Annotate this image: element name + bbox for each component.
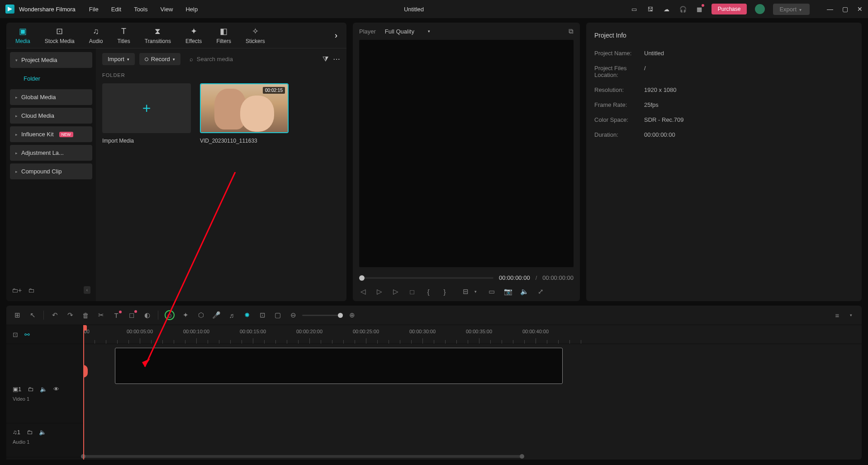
stop-icon[interactable]: □ (408, 288, 416, 296)
user-avatar[interactable] (755, 4, 765, 14)
link-icon[interactable]: ⚯ (24, 331, 30, 338)
text-icon[interactable]: T (112, 312, 121, 319)
folder-icon[interactable]: 🗀 (28, 287, 34, 294)
collapse-sidebar-icon[interactable]: ‹ (84, 286, 90, 294)
camera-icon[interactable]: 📷 (504, 288, 512, 296)
menu-help[interactable]: Help (185, 6, 198, 13)
sidebar-item-global-media[interactable]: ▸Global Media (10, 89, 92, 105)
plus-icon: + (142, 100, 151, 117)
filter-icon[interactable]: ⧩ (323, 55, 328, 63)
sidebar-item-influence-kit[interactable]: ▸Influence KitNEW (10, 126, 92, 142)
sidebar-item-compound-clip[interactable]: ▸Compound Clip (10, 163, 92, 179)
tab-filters[interactable]: ◧Filters (216, 26, 231, 44)
color-icon[interactable]: ◐ (142, 311, 152, 319)
mark-out-icon[interactable]: } (441, 288, 449, 296)
save-icon[interactable]: 🖫 (646, 5, 655, 13)
seek-thumb[interactable] (359, 275, 365, 281)
tabs-more-icon[interactable]: › (335, 31, 337, 40)
display-icon[interactable]: ▭ (630, 5, 638, 13)
search-box[interactable]: ⌕ (185, 53, 318, 65)
menu-edit[interactable]: Edit (111, 6, 121, 13)
time-total: 00:00:00:00 (542, 274, 574, 281)
seek-bar[interactable] (359, 277, 493, 279)
volume-icon[interactable]: 🔈 (520, 288, 528, 296)
video-track-header[interactable]: ▣1 🗀 🔈 👁 Video 1 (6, 380, 83, 423)
play-icon[interactable]: ▷ (392, 288, 400, 296)
timeline-scrollbar[interactable] (83, 455, 857, 458)
frame-icon[interactable]: ▢ (273, 311, 282, 319)
player-viewport[interactable] (359, 40, 574, 267)
chevron-down-icon[interactable]: ▾ (846, 313, 855, 317)
copy-icon[interactable]: ⊡ (13, 331, 18, 338)
next-frame-icon[interactable]: ▷ (375, 288, 384, 296)
menu-file[interactable]: File (89, 6, 99, 13)
cut-icon[interactable]: ✂ (96, 311, 105, 319)
import-button[interactable]: Import ▾ (102, 53, 135, 65)
maximize-button[interactable]: ▢ (842, 5, 848, 13)
sidebar-item-cloud-media[interactable]: ▸Cloud Media (10, 108, 92, 124)
tab-stickers[interactable]: ✧Stickers (246, 26, 265, 44)
tab-stock-media[interactable]: ⊡Stock Media (45, 26, 75, 44)
more-icon[interactable]: ⋯ (333, 55, 340, 63)
audio-track-header[interactable]: ♫1 🗀 🔈 Audio 1 (6, 423, 83, 457)
drop-zone[interactable] (115, 348, 563, 384)
menu-tools[interactable]: Tools (134, 6, 147, 13)
timeline-ruler[interactable]: 00:0000:00:05:0000:00:10:0000:00:15:0000… (83, 325, 862, 344)
media-clip-tile[interactable]: 00:02:15 VID_20230110_111633 (200, 83, 289, 144)
mic-icon[interactable]: 🎤 (212, 311, 221, 319)
enhance-icon[interactable]: ✦ (181, 311, 190, 319)
playhead[interactable] (83, 325, 84, 460)
grid-icon[interactable]: ⊞ (13, 311, 22, 319)
mark-in-icon[interactable]: { (424, 288, 432, 296)
new-folder-icon[interactable]: 🗀+ (12, 287, 22, 294)
apps-icon[interactable]: ▦ (695, 5, 703, 13)
delete-icon[interactable]: 🗑 (81, 312, 90, 319)
menu-view[interactable]: View (160, 6, 173, 13)
undo-icon[interactable]: ↶ (50, 311, 59, 319)
tab-effects[interactable]: ✦Effects (185, 26, 202, 44)
sidebar-item-adjustment-layer[interactable]: ▸Adjustment La... (10, 145, 92, 161)
list-icon[interactable]: ≡ (833, 312, 842, 319)
zoom-in-icon[interactable]: ⊕ (347, 311, 356, 319)
purchase-button[interactable]: Purchase (711, 4, 747, 14)
overlay-icon[interactable]: ⊡ (258, 311, 267, 319)
tab-transitions[interactable]: ⧗Transitions (145, 26, 171, 44)
timeline-tracks[interactable]: 00:0000:00:05:0000:00:10:0000:00:15:0000… (83, 325, 862, 460)
visibility-icon[interactable]: 👁 (53, 386, 59, 393)
quality-selector[interactable]: Full Quality▾ (385, 28, 430, 35)
ai-icon[interactable]: ☺ (165, 310, 175, 320)
screen-icon[interactable]: ▭ (488, 288, 496, 296)
info-value: SDR - Rec.709 (644, 116, 683, 123)
export-button[interactable]: Export (773, 4, 810, 15)
tab-media[interactable]: ▣Media (15, 26, 30, 44)
zoom-slider[interactable] (302, 315, 343, 316)
thumb-label: VID_20230110_111633 (200, 138, 289, 144)
effect-icon[interactable]: ✸ (242, 311, 251, 319)
crop-icon[interactable]: ◻ (127, 311, 136, 319)
tab-audio[interactable]: ♫Audio (89, 26, 103, 44)
shield-icon[interactable]: ⬡ (196, 311, 205, 319)
cursor-icon[interactable]: ↖ (28, 311, 37, 319)
redo-icon[interactable]: ↷ (66, 311, 75, 319)
minimize-button[interactable]: — (827, 5, 833, 13)
mute-icon[interactable]: 🔈 (39, 429, 46, 436)
cloud-icon[interactable]: ☁ (663, 5, 671, 13)
lock-icon[interactable]: 🗀 (28, 386, 33, 393)
lock-icon[interactable]: 🗀 (27, 429, 33, 436)
sidebar-item-project-media[interactable]: ▾Project Media (10, 52, 92, 68)
import-media-tile[interactable]: + Import Media (102, 83, 191, 144)
prev-frame-icon[interactable]: ◁ (359, 288, 367, 296)
zoom-out-icon[interactable]: ⊖ (289, 311, 298, 319)
mute-icon[interactable]: 🔈 (40, 386, 47, 393)
tab-titles[interactable]: TTitles (117, 26, 130, 44)
close-button[interactable]: ✕ (857, 5, 863, 13)
snapshot-icon[interactable]: ⧉ (569, 27, 574, 35)
aspect-icon[interactable]: ⊟ (461, 288, 470, 296)
record-button[interactable]: Record ▾ (139, 53, 180, 65)
sidebar-item-folder[interactable]: Folder (10, 71, 92, 86)
music-icon[interactable]: ♬ (227, 312, 236, 319)
support-icon[interactable]: 🎧 (679, 5, 687, 13)
fullscreen-icon[interactable]: ⤢ (536, 288, 545, 296)
chevron-down-icon[interactable]: ▾ (471, 289, 479, 294)
search-input[interactable] (197, 56, 313, 62)
